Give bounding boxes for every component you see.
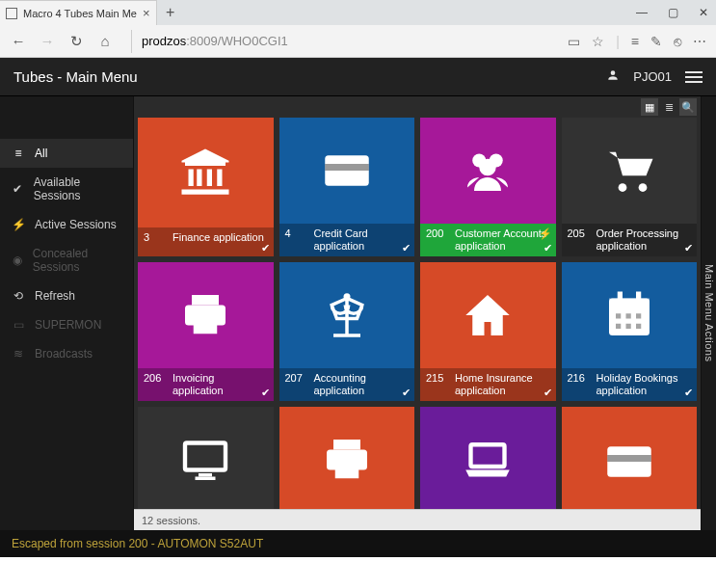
- printer-icon: [320, 433, 374, 487]
- tile-number: 200: [426, 227, 447, 239]
- tile-411[interactable]: 411 Claims application ✔: [562, 407, 698, 509]
- share-icon[interactable]: ⎋: [674, 34, 681, 49]
- grid-view-icon[interactable]: ▦: [641, 98, 658, 116]
- nav-forward-icon[interactable]: →: [39, 33, 56, 49]
- url-rest: :8009/WHO0CGI1: [186, 34, 288, 48]
- tile-4[interactable]: 4 Credit Card application ✔: [279, 118, 415, 256]
- laptop-icon: [461, 433, 515, 487]
- tile-body: [420, 262, 556, 368]
- url-host: prodzos: [142, 34, 186, 48]
- nav-refresh-icon[interactable]: ↻: [67, 33, 85, 50]
- url-bar[interactable]: prodzos:8009/WHO0CGI1: [131, 30, 550, 53]
- browser-tab[interactable]: Macro 4 Tubes Main Me ×: [0, 0, 157, 25]
- search-icon[interactable]: 🔍: [679, 98, 697, 116]
- nav-back-icon[interactable]: ←: [10, 33, 27, 49]
- tile-number: 207: [285, 372, 306, 384]
- tile-footer: 200 Customer Accounts application ⚡ ✔: [420, 224, 556, 256]
- tile-number: 205: [568, 227, 589, 239]
- tile-footer: 206 Invoicing application ✔: [138, 368, 274, 401]
- tab-close-icon[interactable]: ×: [143, 6, 150, 20]
- tile-label: Customer Accounts application: [455, 227, 550, 253]
- tile-body: [420, 407, 556, 509]
- tile-label: Accounting application: [314, 372, 410, 397]
- sidebar-item-concealed-sessions: ◉ Concealed Sessions: [0, 239, 133, 281]
- tile-number: 3: [144, 231, 165, 243]
- list-view-icon[interactable]: ≣: [660, 98, 677, 116]
- tile-body: [420, 118, 556, 224]
- tile-label: Holiday Bookings application: [597, 372, 692, 397]
- tile-3[interactable]: 3 Finance application ✔: [138, 118, 274, 256]
- sidebar-item-available-sessions[interactable]: ✔ Available Sessions: [0, 168, 133, 210]
- main-panel: ▦ ≣ 🔍 3 Finance application ✔ 4 Credit C…: [133, 96, 701, 530]
- new-tab-button[interactable]: +: [157, 0, 184, 25]
- app-footer: Escaped from session 200 - AUTOMON S52AU…: [0, 530, 716, 557]
- tile-number: 4: [285, 227, 306, 239]
- eye-icon: ◉: [12, 254, 23, 267]
- tile-body: [279, 407, 415, 509]
- right-panel-tab[interactable]: Main Menu Actions: [701, 96, 716, 530]
- tab-title: Macro 4 Tubes Main Me: [23, 8, 137, 19]
- sidebar-item-label: Available Sessions: [34, 175, 121, 202]
- tile-200[interactable]: 200 Customer Accounts application ⚡ ✔: [420, 118, 556, 256]
- sidebar-item-label: Active Sessions: [35, 218, 117, 231]
- card-icon: [320, 144, 374, 198]
- app-header: Tubes - Main Menu PJO01: [0, 58, 716, 96]
- check-icon: ✔: [684, 387, 693, 399]
- more-icon[interactable]: ⋯: [693, 34, 706, 49]
- tile-footer: 207 Accounting application ✔: [279, 368, 415, 401]
- check-icon: ✔: [261, 242, 270, 254]
- tile-309[interactable]: 309 Statement Printing application ✔: [279, 407, 415, 509]
- check-icon: ✔: [12, 182, 24, 196]
- window-close-icon[interactable]: ✕: [695, 6, 712, 19]
- check-icon: ✔: [544, 387, 552, 399]
- tile-label: Finance application: [172, 231, 268, 244]
- bolt-icon: ⚡: [12, 218, 25, 231]
- notes-icon[interactable]: ✎: [650, 34, 662, 49]
- view-toolbar: ▦ ≣ 🔍: [134, 96, 701, 118]
- reading-view-icon[interactable]: ▭: [568, 34, 580, 49]
- status-bar: 12 sessions.: [134, 509, 701, 530]
- tile-206[interactable]: 206 Invoicing application ✔: [138, 262, 274, 401]
- monitor-icon: [178, 433, 232, 487]
- card-icon: [602, 435, 656, 489]
- refresh-icon: ⟲: [12, 289, 25, 303]
- window-minimize-icon[interactable]: —: [633, 6, 650, 19]
- tile-207[interactable]: 207 Accounting application ✔: [279, 262, 415, 401]
- calendar-icon: [602, 288, 656, 342]
- status-text: 12 sessions.: [142, 515, 200, 526]
- hub-icon[interactable]: ≡: [631, 34, 639, 49]
- nav-home-icon[interactable]: ⌂: [96, 33, 114, 49]
- tile-number: 215: [426, 372, 447, 384]
- sidebar-item-all[interactable]: ≡ All: [0, 139, 133, 168]
- sidebar-item-refresh[interactable]: ⟲ Refresh: [0, 281, 133, 310]
- menu-icon[interactable]: [685, 71, 703, 83]
- tab-favicon: [6, 8, 17, 19]
- tile-body: [138, 262, 274, 368]
- window-maximize-icon[interactable]: ▢: [664, 6, 681, 19]
- tile-footer: 3 Finance application ✔: [138, 227, 274, 256]
- tile-215[interactable]: 215 Home Insurance application ✔: [420, 262, 556, 401]
- tile-number: 206: [144, 372, 165, 384]
- tile-number: 216: [568, 372, 589, 384]
- check-icon: ✔: [544, 242, 552, 254]
- tile-footer: 216 Holiday Bookings application ✔: [562, 368, 698, 401]
- sidebar-item-label: Concealed Sessions: [33, 247, 121, 274]
- list-icon: ≡: [12, 147, 25, 160]
- user-label[interactable]: PJO01: [633, 69, 672, 84]
- tile-label: Home Insurance application: [455, 372, 550, 397]
- tile-footer: 4 Credit Card application ✔: [279, 224, 415, 256]
- tile-label: Invoicing application: [172, 372, 268, 397]
- sidebar-item-active-sessions[interactable]: ⚡ Active Sessions: [0, 210, 133, 239]
- tile-216[interactable]: 216 Holiday Bookings application ✔: [562, 262, 698, 401]
- sidebar-item-label: Broadcasts: [35, 347, 93, 361]
- tile-grid: 3 Finance application ✔ 4 Credit Card ap…: [134, 118, 701, 509]
- tile-205[interactable]: 205 Order Processing application ✔: [562, 118, 698, 256]
- tile-401[interactable]: 401 Credit Score application ✔: [420, 407, 556, 509]
- tile-308[interactable]: 308 Marketing Database application ✔: [138, 407, 274, 509]
- page-title: Tubes - Main Menu: [13, 68, 138, 85]
- active-bolt-icon: ⚡: [539, 227, 552, 240]
- sidebar-item-label: Refresh: [35, 289, 75, 303]
- tile-label: Credit Card application: [314, 227, 410, 253]
- right-panel-label: Main Menu Actions: [703, 264, 715, 361]
- favorite-icon[interactable]: ☆: [592, 34, 604, 49]
